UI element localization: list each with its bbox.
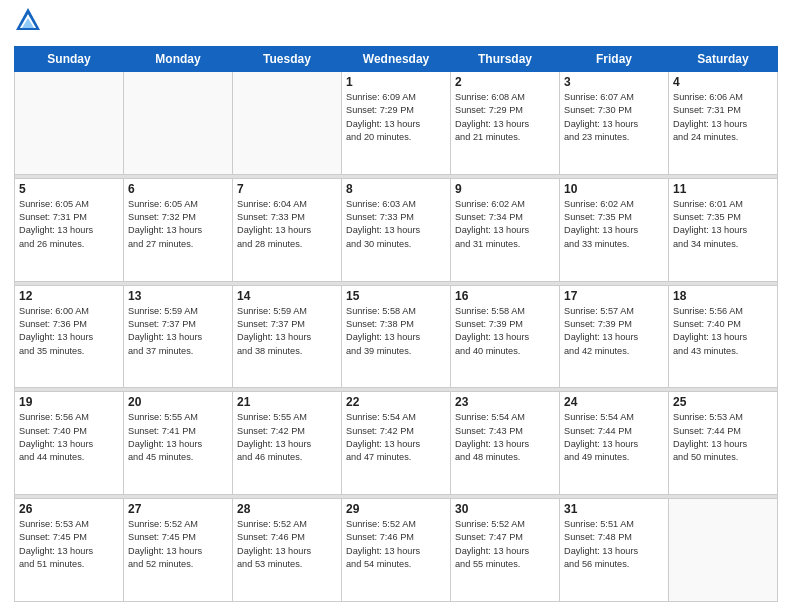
day-info: Sunrise: 6:02 AM Sunset: 7:35 PM Dayligh… (564, 198, 664, 251)
day-number: 4 (673, 75, 773, 89)
calendar-cell: 21Sunrise: 5:55 AM Sunset: 7:42 PM Dayli… (233, 392, 342, 495)
day-number: 26 (19, 502, 119, 516)
calendar-cell: 11Sunrise: 6:01 AM Sunset: 7:35 PM Dayli… (669, 178, 778, 281)
calendar-day-header: Sunday (15, 47, 124, 72)
day-number: 16 (455, 289, 555, 303)
day-info: Sunrise: 5:59 AM Sunset: 7:37 PM Dayligh… (128, 305, 228, 358)
day-info: Sunrise: 5:52 AM Sunset: 7:46 PM Dayligh… (346, 518, 446, 571)
day-info: Sunrise: 5:54 AM Sunset: 7:42 PM Dayligh… (346, 411, 446, 464)
day-number: 17 (564, 289, 664, 303)
calendar-cell: 14Sunrise: 5:59 AM Sunset: 7:37 PM Dayli… (233, 285, 342, 388)
calendar-cell: 1Sunrise: 6:09 AM Sunset: 7:29 PM Daylig… (342, 72, 451, 175)
day-info: Sunrise: 6:06 AM Sunset: 7:31 PM Dayligh… (673, 91, 773, 144)
day-number: 3 (564, 75, 664, 89)
day-number: 24 (564, 395, 664, 409)
calendar-cell: 22Sunrise: 5:54 AM Sunset: 7:42 PM Dayli… (342, 392, 451, 495)
day-number: 31 (564, 502, 664, 516)
calendar-cell: 5Sunrise: 6:05 AM Sunset: 7:31 PM Daylig… (15, 178, 124, 281)
calendar-day-header: Saturday (669, 47, 778, 72)
day-info: Sunrise: 6:04 AM Sunset: 7:33 PM Dayligh… (237, 198, 337, 251)
logo (14, 10, 44, 38)
day-info: Sunrise: 5:59 AM Sunset: 7:37 PM Dayligh… (237, 305, 337, 358)
calendar-cell (669, 499, 778, 602)
day-info: Sunrise: 6:08 AM Sunset: 7:29 PM Dayligh… (455, 91, 555, 144)
day-info: Sunrise: 5:52 AM Sunset: 7:45 PM Dayligh… (128, 518, 228, 571)
day-number: 9 (455, 182, 555, 196)
calendar-week-row: 26Sunrise: 5:53 AM Sunset: 7:45 PM Dayli… (15, 499, 778, 602)
calendar-cell: 15Sunrise: 5:58 AM Sunset: 7:38 PM Dayli… (342, 285, 451, 388)
day-info: Sunrise: 5:58 AM Sunset: 7:39 PM Dayligh… (455, 305, 555, 358)
day-number: 27 (128, 502, 228, 516)
day-info: Sunrise: 5:56 AM Sunset: 7:40 PM Dayligh… (19, 411, 119, 464)
calendar-week-row: 12Sunrise: 6:00 AM Sunset: 7:36 PM Dayli… (15, 285, 778, 388)
day-number: 8 (346, 182, 446, 196)
day-number: 21 (237, 395, 337, 409)
calendar-cell: 30Sunrise: 5:52 AM Sunset: 7:47 PM Dayli… (451, 499, 560, 602)
calendar-cell: 20Sunrise: 5:55 AM Sunset: 7:41 PM Dayli… (124, 392, 233, 495)
day-info: Sunrise: 6:05 AM Sunset: 7:32 PM Dayligh… (128, 198, 228, 251)
calendar-cell: 24Sunrise: 5:54 AM Sunset: 7:44 PM Dayli… (560, 392, 669, 495)
day-number: 14 (237, 289, 337, 303)
calendar-cell: 25Sunrise: 5:53 AM Sunset: 7:44 PM Dayli… (669, 392, 778, 495)
day-info: Sunrise: 5:52 AM Sunset: 7:47 PM Dayligh… (455, 518, 555, 571)
day-info: Sunrise: 5:56 AM Sunset: 7:40 PM Dayligh… (673, 305, 773, 358)
calendar-cell: 8Sunrise: 6:03 AM Sunset: 7:33 PM Daylig… (342, 178, 451, 281)
day-info: Sunrise: 5:57 AM Sunset: 7:39 PM Dayligh… (564, 305, 664, 358)
day-info: Sunrise: 6:05 AM Sunset: 7:31 PM Dayligh… (19, 198, 119, 251)
day-number: 20 (128, 395, 228, 409)
day-number: 13 (128, 289, 228, 303)
calendar-week-row: 19Sunrise: 5:56 AM Sunset: 7:40 PM Dayli… (15, 392, 778, 495)
calendar-cell (233, 72, 342, 175)
day-info: Sunrise: 5:53 AM Sunset: 7:45 PM Dayligh… (19, 518, 119, 571)
day-info: Sunrise: 6:02 AM Sunset: 7:34 PM Dayligh… (455, 198, 555, 251)
day-info: Sunrise: 6:09 AM Sunset: 7:29 PM Dayligh… (346, 91, 446, 144)
calendar-day-header: Monday (124, 47, 233, 72)
day-info: Sunrise: 6:01 AM Sunset: 7:35 PM Dayligh… (673, 198, 773, 251)
day-number: 22 (346, 395, 446, 409)
day-number: 19 (19, 395, 119, 409)
day-number: 18 (673, 289, 773, 303)
logo-icon (14, 6, 42, 34)
calendar-cell: 3Sunrise: 6:07 AM Sunset: 7:30 PM Daylig… (560, 72, 669, 175)
calendar-cell: 17Sunrise: 5:57 AM Sunset: 7:39 PM Dayli… (560, 285, 669, 388)
day-number: 28 (237, 502, 337, 516)
day-number: 5 (19, 182, 119, 196)
day-number: 6 (128, 182, 228, 196)
day-number: 1 (346, 75, 446, 89)
calendar-cell: 31Sunrise: 5:51 AM Sunset: 7:48 PM Dayli… (560, 499, 669, 602)
day-number: 10 (564, 182, 664, 196)
calendar-page: SundayMondayTuesdayWednesdayThursdayFrid… (0, 0, 792, 612)
day-info: Sunrise: 5:55 AM Sunset: 7:41 PM Dayligh… (128, 411, 228, 464)
calendar-day-header: Thursday (451, 47, 560, 72)
header (14, 10, 778, 38)
calendar-cell: 12Sunrise: 6:00 AM Sunset: 7:36 PM Dayli… (15, 285, 124, 388)
day-info: Sunrise: 5:54 AM Sunset: 7:43 PM Dayligh… (455, 411, 555, 464)
day-number: 11 (673, 182, 773, 196)
calendar-cell: 18Sunrise: 5:56 AM Sunset: 7:40 PM Dayli… (669, 285, 778, 388)
calendar-cell: 16Sunrise: 5:58 AM Sunset: 7:39 PM Dayli… (451, 285, 560, 388)
day-number: 23 (455, 395, 555, 409)
calendar-cell: 4Sunrise: 6:06 AM Sunset: 7:31 PM Daylig… (669, 72, 778, 175)
calendar-header-row: SundayMondayTuesdayWednesdayThursdayFrid… (15, 47, 778, 72)
day-number: 7 (237, 182, 337, 196)
calendar-cell (124, 72, 233, 175)
day-info: Sunrise: 5:58 AM Sunset: 7:38 PM Dayligh… (346, 305, 446, 358)
calendar-cell: 26Sunrise: 5:53 AM Sunset: 7:45 PM Dayli… (15, 499, 124, 602)
calendar-table: SundayMondayTuesdayWednesdayThursdayFrid… (14, 46, 778, 602)
day-number: 2 (455, 75, 555, 89)
calendar-cell: 2Sunrise: 6:08 AM Sunset: 7:29 PM Daylig… (451, 72, 560, 175)
day-info: Sunrise: 6:00 AM Sunset: 7:36 PM Dayligh… (19, 305, 119, 358)
calendar-cell: 23Sunrise: 5:54 AM Sunset: 7:43 PM Dayli… (451, 392, 560, 495)
day-info: Sunrise: 5:51 AM Sunset: 7:48 PM Dayligh… (564, 518, 664, 571)
calendar-cell: 27Sunrise: 5:52 AM Sunset: 7:45 PM Dayli… (124, 499, 233, 602)
calendar-cell: 10Sunrise: 6:02 AM Sunset: 7:35 PM Dayli… (560, 178, 669, 281)
day-info: Sunrise: 5:55 AM Sunset: 7:42 PM Dayligh… (237, 411, 337, 464)
calendar-cell (15, 72, 124, 175)
calendar-cell: 28Sunrise: 5:52 AM Sunset: 7:46 PM Dayli… (233, 499, 342, 602)
day-info: Sunrise: 6:07 AM Sunset: 7:30 PM Dayligh… (564, 91, 664, 144)
calendar-week-row: 1Sunrise: 6:09 AM Sunset: 7:29 PM Daylig… (15, 72, 778, 175)
calendar-cell: 6Sunrise: 6:05 AM Sunset: 7:32 PM Daylig… (124, 178, 233, 281)
calendar-cell: 7Sunrise: 6:04 AM Sunset: 7:33 PM Daylig… (233, 178, 342, 281)
day-info: Sunrise: 6:03 AM Sunset: 7:33 PM Dayligh… (346, 198, 446, 251)
calendar-day-header: Tuesday (233, 47, 342, 72)
